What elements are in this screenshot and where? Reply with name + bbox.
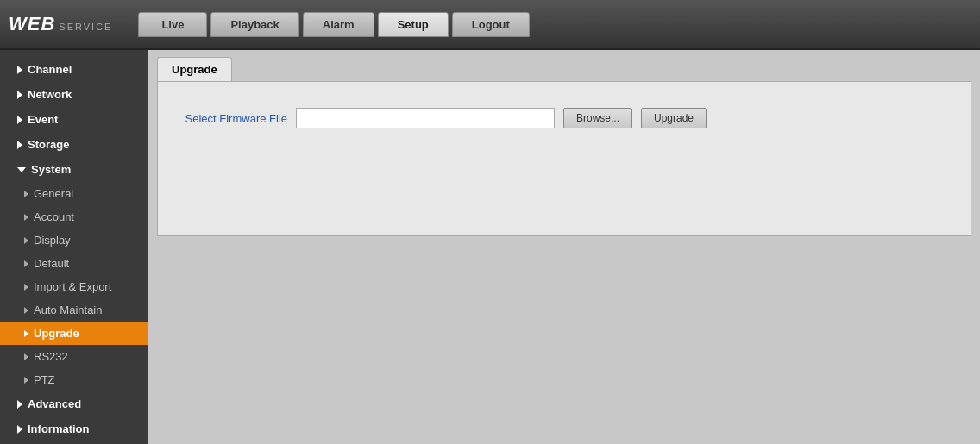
storage-arrow-icon xyxy=(17,141,22,149)
sidebar-item-event[interactable]: Event xyxy=(0,107,148,132)
sidebar-item-auto-maintain[interactable]: Auto Maintain xyxy=(0,298,148,322)
sidebar-label-advanced: Advanced xyxy=(28,397,81,410)
firmware-form-row: Select Firmware File Browse... Upgrade xyxy=(175,108,953,128)
tab-live[interactable]: Live xyxy=(138,12,207,37)
sidebar-label-event: Event xyxy=(28,113,58,126)
default-sub-arrow xyxy=(24,260,28,267)
content-tab-upgrade-label: Upgrade xyxy=(172,63,217,76)
account-sub-arrow xyxy=(24,214,28,221)
import-export-sub-arrow xyxy=(24,284,28,291)
main-content: Upgrade Select Firmware File Browse... U… xyxy=(148,50,980,444)
sidebar-item-storage[interactable]: Storage xyxy=(0,132,148,157)
sidebar-label-system: System xyxy=(31,163,71,176)
tab-playback[interactable]: Playback xyxy=(210,12,298,37)
auto-maintain-sub-arrow xyxy=(24,307,28,314)
browse-button[interactable]: Browse... xyxy=(563,108,632,128)
sidebar-item-account[interactable]: Account xyxy=(0,205,148,228)
sidebar-item-system[interactable]: System xyxy=(0,157,148,182)
logo-web: WEB xyxy=(9,13,55,35)
network-arrow-icon xyxy=(17,91,22,99)
rs232-sub-arrow xyxy=(24,353,28,360)
event-arrow-icon xyxy=(17,116,22,124)
sidebar-item-general[interactable]: General xyxy=(0,182,148,205)
sidebar-item-rs232[interactable]: RS232 xyxy=(0,345,148,368)
tab-setup[interactable]: Setup xyxy=(378,12,449,37)
channel-arrow-icon xyxy=(17,66,22,74)
sidebar-item-network[interactable]: Network xyxy=(0,82,148,107)
sidebar-label-channel: Channel xyxy=(28,63,72,76)
general-sub-arrow xyxy=(24,191,28,197)
content-tab-upgrade[interactable]: Upgrade xyxy=(157,57,232,81)
sidebar-label-storage: Storage xyxy=(28,138,69,151)
tab-logout[interactable]: Logout xyxy=(452,12,530,37)
advanced-arrow-icon xyxy=(17,400,22,409)
firmware-label: Select Firmware File xyxy=(175,112,287,125)
content-tabs-bar: Upgrade xyxy=(148,50,980,81)
tab-alarm[interactable]: Alarm xyxy=(303,12,374,37)
sidebar-label-network: Network xyxy=(28,88,72,101)
sidebar: Channel Network Event Storage System Gen… xyxy=(0,50,148,444)
display-sub-arrow xyxy=(24,237,28,244)
sidebar-item-import-export[interactable]: Import & Export xyxy=(0,275,148,298)
information-arrow-icon xyxy=(17,425,22,434)
content-panel: Select Firmware File Browse... Upgrade xyxy=(157,81,971,236)
sidebar-item-ptz[interactable]: PTZ xyxy=(0,368,148,391)
sidebar-item-information[interactable]: Information xyxy=(0,416,148,441)
layout: Channel Network Event Storage System Gen… xyxy=(0,50,980,444)
nav-tabs: Live Playback Alarm Setup Logout xyxy=(138,12,529,37)
firmware-file-input[interactable] xyxy=(296,108,555,128)
logo-service: SERVICE xyxy=(59,22,112,32)
sidebar-item-upgrade[interactable]: Upgrade xyxy=(0,322,148,345)
ptz-sub-arrow xyxy=(24,377,28,384)
system-submenu: General Account Display Default Import &… xyxy=(0,182,148,391)
sidebar-item-default[interactable]: Default xyxy=(0,252,148,275)
logo: WEB SERVICE xyxy=(9,13,112,35)
sidebar-item-display[interactable]: Display xyxy=(0,228,148,252)
system-arrow-icon xyxy=(17,167,26,172)
sidebar-item-channel[interactable]: Channel xyxy=(0,57,148,82)
upgrade-button[interactable]: Upgrade xyxy=(641,108,707,128)
sidebar-item-advanced[interactable]: Advanced xyxy=(0,391,148,416)
header: WEB SERVICE Live Playback Alarm Setup Lo… xyxy=(0,0,980,50)
upgrade-sub-arrow xyxy=(24,330,28,337)
sidebar-label-information: Information xyxy=(28,422,90,435)
